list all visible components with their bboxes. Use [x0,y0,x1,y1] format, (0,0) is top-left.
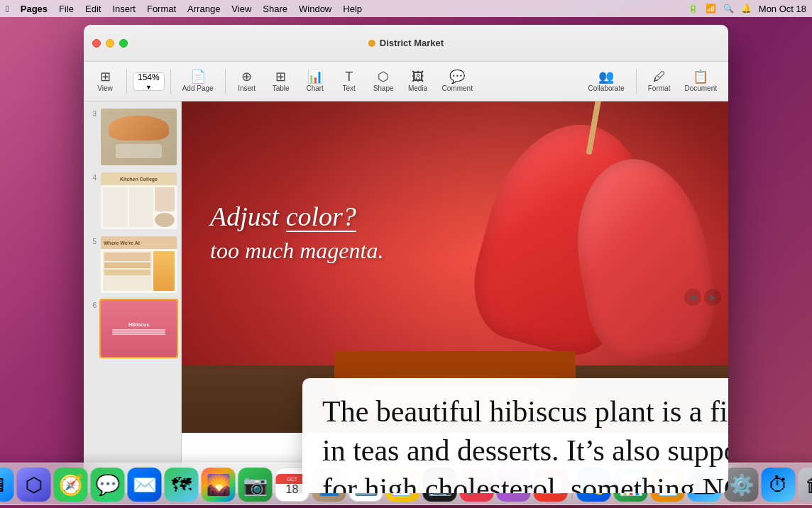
view-label: View [97,84,113,92]
page-num-6: 6 [87,302,97,309]
toolbar-format[interactable]: 🖊 Format [642,67,676,95]
menu-window[interactable]: Window [299,4,331,14]
thumbnail-3[interactable]: 3 [87,107,178,167]
thumb-content-4 [101,185,177,229]
menu-insert[interactable]: Insert [112,4,136,14]
thumb-lines-6 [112,329,165,335]
toolbar-sep-4 [636,69,637,94]
page-num-3: 3 [87,110,97,118]
toolbar: ⊞ View 154% ▼ 📄 Add Page ⊕ Insert ⊞ Tabl… [84,62,728,101]
toolbar-collaborate[interactable]: 👥 Collaborate [583,67,630,95]
menu-format[interactable]: Format [147,4,176,14]
thumb-line-3 [112,333,165,335]
menu-help[interactable]: Help [343,4,362,14]
text-label: Text [342,84,355,92]
menubar:  Pages File Edit Insert Format Arrange … [0,0,812,17]
thumb-content-5 [101,249,177,293]
dock-facetime[interactable]: 📷 [238,468,273,502]
toolbar-sep-3 [225,69,226,94]
toolbar-add-page[interactable]: 📄 Add Page [177,67,219,95]
tooltip-popup: The beautiful hibiscus plant is a fine i… [302,378,728,493]
format-icon: 🖊 [653,70,666,83]
page-num-5: 5 [87,238,97,245]
dock-preferences[interactable]: ⚙️ [725,468,759,502]
tooltip-text: The beautiful hibiscus plant is a fine i… [322,395,728,493]
chart-icon: 📊 [307,70,323,83]
dock-safari[interactable]: 🧭 [54,468,88,502]
main-area: 3 4 Kitchen [84,101,728,493]
document-icon: 📋 [693,70,708,83]
dock-trash[interactable]: 🗑 [799,468,813,502]
toolbar-insert[interactable]: ⊕ Insert [231,67,263,95]
menu-file[interactable]: File [59,4,74,14]
thumb-title-6: Hibiscus [128,322,149,327]
dock-maps[interactable]: 🗺 [165,468,199,502]
toolbar-right: 👥 Collaborate 🖊 Format 📋 Document [583,67,723,95]
collaborate-icon: 👥 [598,70,614,83]
thumb-inner-4: Kitchen College [101,172,177,229]
insert-label: Insert [238,84,256,92]
chart-label: Chart [306,84,323,92]
close-button[interactable] [92,39,101,48]
thumbnail-4[interactable]: 4 Kitchen College [87,171,178,231]
shape-icon: ⬡ [378,70,389,83]
toolbar-table[interactable]: ⊞ Table [265,67,297,95]
zoom-value: 154% [138,72,160,82]
toolbar-text[interactable]: T Text [334,67,365,95]
toolbar-view[interactable]: ⊞ View [89,67,121,95]
thumb-img-3 [99,107,178,167]
thumb-inner-3 [101,109,177,165]
toolbar-media[interactable]: 🖼 Media [402,67,434,95]
nav-arrows: ◀ ▶ [684,289,721,306]
dock-messages[interactable]: 💬 [91,468,125,502]
table-label: Table [273,84,290,92]
thumbnail-sidebar[interactable]: 3 4 Kitchen [84,101,182,493]
minimize-button[interactable] [106,39,114,48]
text-icon: T [345,70,353,83]
search-icon[interactable]: 🔍 [723,4,734,13]
apple-menu[interactable]:  [6,4,9,14]
menu-arrange[interactable]: Arrange [187,4,220,14]
toolbar-comment[interactable]: 💬 Comment [437,67,478,95]
media-icon: 🖼 [412,70,424,83]
thumb-img-5: Where We're At [99,235,178,294]
nav-next[interactable]: ▶ [704,289,721,306]
fullscreen-button[interactable] [119,39,128,48]
nav-prev[interactable]: ◀ [684,289,701,306]
media-label: Media [408,84,427,92]
document-page: ◀ ▶ Adjust color? too much magenta. chol… [182,101,728,493]
traffic-lights [92,39,128,48]
dock-mail[interactable]: ✉️ [128,468,162,502]
toolbar-shape[interactable]: ⬡ Shape [368,67,400,95]
thumb-line-2 [112,331,165,333]
add-page-label: Add Page [182,84,214,92]
titlebar: District Market [84,25,728,62]
dock-photos[interactable]: 🌄 [202,468,236,502]
menu-view[interactable]: View [231,4,251,14]
toolbar-document[interactable]: 📋 Document [679,67,723,95]
toolbar-zoom[interactable]: 154% ▼ [133,72,165,91]
table-icon: ⊞ [275,70,286,83]
dock-screentime[interactable]: ⏱ [762,468,796,502]
canvas-area[interactable]: ◀ ▶ Adjust color? too much magenta. chol… [182,101,728,493]
thumb-bg-4: Kitchen College [101,172,177,229]
comment-label: Comment [442,84,473,92]
menu-edit[interactable]: Edit [85,4,101,14]
window-title: District Market [380,38,444,48]
thumb-bg-3 [101,109,177,165]
notification-icon[interactable]: 🔔 [741,4,752,13]
thumbnail-6[interactable]: 6 Hibiscus [87,299,178,358]
menu-pages[interactable]: Pages [21,4,48,14]
battery-icon: 🔋 [688,4,698,13]
thumb-bg-6: Hibiscus [101,300,177,357]
menu-share[interactable]: Share [263,4,287,14]
thumb-bg-5: Where We're At [101,236,177,293]
thumb-right-5 [153,251,175,291]
thumbnail-5[interactable]: 5 Where We're At [87,235,178,294]
dock-launchpad[interactable]: ⬡ [17,468,51,502]
document-label: Document [684,84,717,92]
toolbar-chart[interactable]: 📊 Chart [300,67,331,95]
dock-finder[interactable]: 🖥 [0,468,14,502]
thumb-inner-6: Hibiscus [101,300,177,357]
thumb-col-4a [103,187,128,227]
